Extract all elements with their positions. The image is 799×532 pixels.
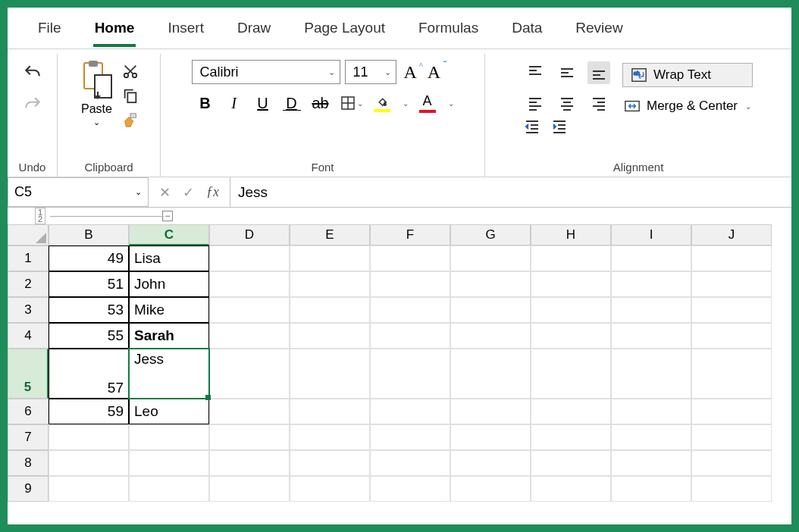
paste-dropdown[interactable]: ⌄ xyxy=(93,117,100,127)
cell-I5[interactable] xyxy=(611,349,691,399)
colhdr-H[interactable]: H xyxy=(531,224,611,246)
cell-D3[interactable] xyxy=(209,297,290,323)
colhdr-J[interactable]: J xyxy=(691,224,772,246)
cell-J2[interactable] xyxy=(691,271,772,297)
cell-D7[interactable] xyxy=(209,424,290,450)
cell-D8[interactable] xyxy=(209,450,290,476)
cell-B1[interactable]: 49 xyxy=(49,246,129,271)
cell-F7[interactable] xyxy=(370,424,450,450)
cell-I7[interactable] xyxy=(611,424,691,450)
cell-C5[interactable]: Jess xyxy=(129,349,209,399)
align-top-button[interactable] xyxy=(524,61,547,84)
cell-H7[interactable] xyxy=(531,424,611,450)
align-left-button[interactable] xyxy=(524,92,547,114)
tab-review[interactable]: Review xyxy=(574,17,624,44)
cell-F1[interactable] xyxy=(370,246,450,271)
cell-D9[interactable] xyxy=(209,476,290,502)
outline-collapse-button[interactable]: − xyxy=(162,211,173,221)
cell-I9[interactable] xyxy=(611,476,691,502)
double-underline-button[interactable]: D xyxy=(283,96,301,111)
rowhdr-7[interactable]: 7 xyxy=(8,424,49,450)
cell-E7[interactable] xyxy=(290,424,370,450)
cell-B6[interactable]: 59 xyxy=(49,399,129,424)
copy-button[interactable] xyxy=(122,87,139,104)
font-name-dropdown[interactable]: Calibri⌄ xyxy=(192,60,340,84)
align-center-button[interactable] xyxy=(556,92,578,114)
colhdr-G[interactable]: G xyxy=(450,224,531,246)
tab-file[interactable]: File xyxy=(36,17,63,44)
rowhdr-5[interactable]: 5 xyxy=(8,349,49,399)
strikethrough-button[interactable]: ab xyxy=(312,95,330,112)
cell-D2[interactable] xyxy=(209,271,290,297)
cell-C2[interactable]: John xyxy=(129,271,209,297)
fill-color-button[interactable] xyxy=(374,95,390,112)
cell-I4[interactable] xyxy=(611,323,691,349)
cut-button[interactable] xyxy=(122,63,139,80)
cell-C9[interactable] xyxy=(129,476,209,502)
select-all-corner[interactable] xyxy=(8,224,49,246)
cell-J6[interactable] xyxy=(691,399,772,424)
cell-C7[interactable] xyxy=(129,424,209,450)
increase-font-button[interactable]: A xyxy=(401,62,420,83)
cell-B2[interactable]: 51 xyxy=(49,271,129,297)
rowhdr-4[interactable]: 4 xyxy=(8,323,49,349)
cell-G3[interactable] xyxy=(450,297,531,323)
tab-home[interactable]: Home xyxy=(93,17,136,47)
cell-F9[interactable] xyxy=(370,476,450,502)
colhdr-B[interactable]: B xyxy=(49,224,129,246)
cell-B8[interactable] xyxy=(49,450,129,476)
font-size-dropdown[interactable]: 11⌄ xyxy=(345,60,396,84)
colhdr-F[interactable]: F xyxy=(370,224,450,246)
cancel-formula-button[interactable]: ✕ xyxy=(159,184,171,201)
rowhdr-9[interactable]: 9 xyxy=(8,476,49,502)
wrap-text-button[interactable]: ab Wrap Text xyxy=(622,63,753,87)
cell-F2[interactable] xyxy=(370,271,450,297)
cell-J9[interactable] xyxy=(691,476,772,502)
cell-G5[interactable] xyxy=(450,349,531,399)
cell-H8[interactable] xyxy=(531,450,611,476)
cell-E6[interactable] xyxy=(290,399,370,424)
cell-F6[interactable] xyxy=(370,399,450,424)
cell-I1[interactable] xyxy=(611,246,691,271)
cell-H6[interactable] xyxy=(531,399,611,424)
cell-D6[interactable] xyxy=(209,399,290,424)
cell-E4[interactable] xyxy=(290,323,370,349)
tab-formulas[interactable]: Formulas xyxy=(417,17,480,44)
cell-D5[interactable] xyxy=(209,349,290,399)
fill-color-dropdown[interactable]: ⌄ xyxy=(403,99,409,108)
cell-E5[interactable] xyxy=(290,349,370,399)
tab-page-layout[interactable]: Page Layout xyxy=(302,17,387,44)
cell-J7[interactable] xyxy=(691,424,772,450)
cell-G7[interactable] xyxy=(450,424,531,450)
redo-button[interactable] xyxy=(23,95,42,114)
cell-E1[interactable] xyxy=(290,246,370,271)
cell-H3[interactable] xyxy=(531,297,611,323)
rowhdr-8[interactable]: 8 xyxy=(8,450,49,476)
cell-C6[interactable]: Leo xyxy=(129,399,209,424)
cell-G6[interactable] xyxy=(450,399,531,424)
colhdr-D[interactable]: D xyxy=(209,224,290,246)
rowhdr-6[interactable]: 6 xyxy=(8,399,49,424)
cell-D1[interactable] xyxy=(209,246,290,271)
align-middle-button[interactable] xyxy=(556,61,578,84)
formula-input[interactable]: Jess xyxy=(230,177,791,207)
cell-G4[interactable] xyxy=(450,323,531,349)
cell-H1[interactable] xyxy=(531,246,611,271)
cell-H2[interactable] xyxy=(531,271,611,297)
font-color-dropdown[interactable]: ⌄ xyxy=(448,99,454,108)
cell-E2[interactable] xyxy=(290,271,370,297)
cell-J3[interactable] xyxy=(691,297,772,323)
align-bottom-button[interactable] xyxy=(588,61,610,84)
cell-E9[interactable] xyxy=(290,476,370,502)
cell-B3[interactable]: 53 xyxy=(49,297,129,323)
cell-D4[interactable] xyxy=(209,323,290,349)
cell-B5[interactable]: 57 xyxy=(49,349,129,399)
borders-button[interactable]: ⌄ xyxy=(340,95,363,111)
merge-center-button[interactable]: Merge & Center ⌄ xyxy=(622,95,753,117)
italic-button[interactable]: I xyxy=(225,95,243,112)
cell-C8[interactable] xyxy=(129,450,209,476)
bold-button[interactable]: B xyxy=(196,95,215,112)
tab-insert[interactable]: Insert xyxy=(166,17,205,44)
rowhdr-1[interactable]: 1 xyxy=(8,246,49,271)
cell-C1[interactable]: Lisa xyxy=(129,246,209,271)
